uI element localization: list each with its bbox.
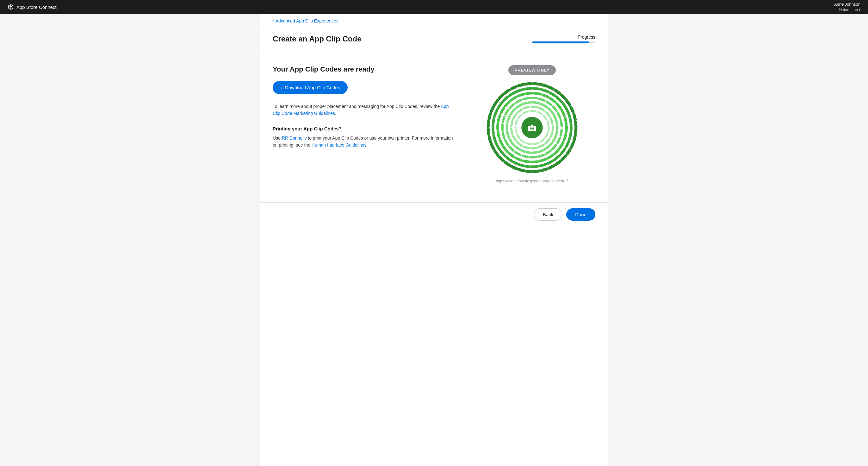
chevron-left-icon: ‹ bbox=[273, 18, 274, 23]
svg-point-11 bbox=[531, 128, 533, 129]
rr-donnelly-link[interactable]: RR Donnelly bbox=[282, 136, 307, 141]
footer: Back Done bbox=[260, 202, 608, 226]
content-area: Your App Clip Codes are ready ↓ Download… bbox=[260, 49, 608, 202]
progress-bar bbox=[532, 41, 595, 43]
progress-bar-fill bbox=[532, 41, 589, 43]
done-button[interactable]: Done bbox=[566, 208, 595, 221]
ready-title: Your App Clip Codes are ready bbox=[273, 65, 456, 74]
back-button[interactable]: Back bbox=[534, 208, 562, 221]
hig-link[interactable]: Human Interface Guidelines bbox=[312, 142, 367, 148]
user-info: Anne Johnson Nature Lab ▾ bbox=[834, 2, 860, 13]
page-title: Create an App Clip Code bbox=[273, 34, 361, 43]
download-app-clip-codes-button[interactable]: ↓ Download App Clip Codes bbox=[273, 81, 348, 94]
user-name: Anne Johnson bbox=[834, 2, 860, 7]
main-container: ‹ Advanced App Clip Experiences Create a… bbox=[260, 14, 608, 466]
user-org: Nature Lab ▾ bbox=[834, 7, 860, 13]
right-column: PREVIEW ONLY bbox=[475, 65, 589, 183]
app-logo: App Store Connect bbox=[8, 4, 57, 10]
app-clip-code-preview bbox=[485, 80, 580, 175]
progress-section: Progress bbox=[526, 34, 595, 43]
topbar: App Store Connect Anne Johnson Nature La… bbox=[0, 0, 868, 14]
left-column: Your App Clip Codes are ready ↓ Download… bbox=[273, 65, 456, 158]
app-clip-code-svg bbox=[485, 80, 580, 175]
breadcrumb-bar: ‹ Advanced App Clip Experiences bbox=[260, 14, 608, 27]
marketing-info-text: To learn more about proper placement and… bbox=[273, 103, 456, 117]
download-icon: ↓ bbox=[280, 85, 282, 90]
app-store-connect-icon bbox=[8, 4, 14, 10]
clip-url: https://camp.forestexplorer.org/reserve/… bbox=[496, 179, 568, 183]
preview-badge: PREVIEW ONLY bbox=[508, 65, 556, 75]
page-header: Create an App Clip Code Progress bbox=[260, 27, 608, 49]
printing-title: Printing your App Clip Codes? bbox=[273, 126, 456, 132]
printing-info-text: Use RR Donnelly to print your App Clip C… bbox=[273, 135, 456, 149]
progress-label: Progress bbox=[578, 34, 595, 39]
breadcrumb-back-link[interactable]: ‹ Advanced App Clip Experiences bbox=[273, 18, 338, 23]
